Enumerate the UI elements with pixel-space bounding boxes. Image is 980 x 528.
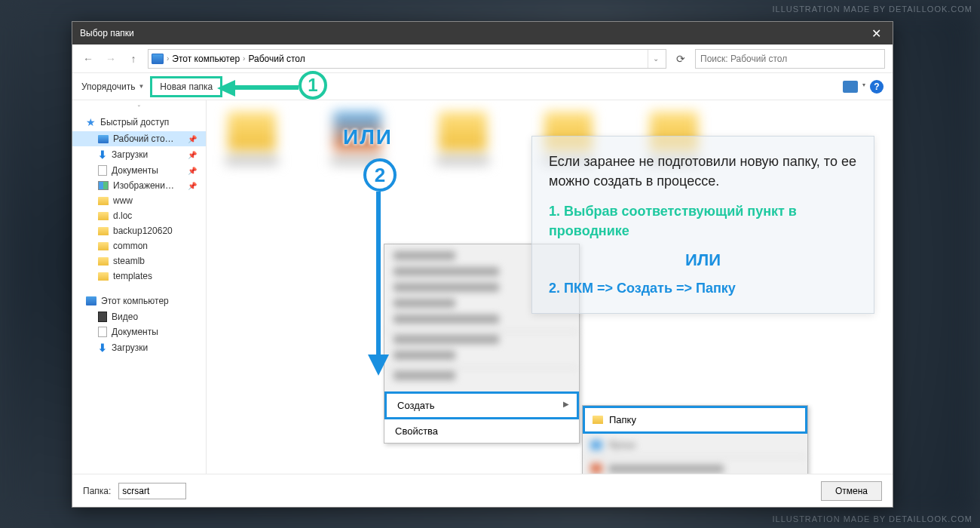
new-folder-button[interactable]: Новая папка xyxy=(150,76,222,97)
breadcrumb-dropdown[interactable]: ⌄ xyxy=(648,50,663,68)
document-icon xyxy=(98,165,107,176)
up-button[interactable]: ↑ xyxy=(125,51,142,67)
pin-icon: 📌 xyxy=(188,182,197,190)
sidebar-item-documents[interactable]: Документы 📌 xyxy=(72,163,206,178)
image-icon xyxy=(98,181,109,190)
folder-icon xyxy=(98,272,109,281)
toolbar: Упорядочить ▼ Новая папка ? xyxy=(72,73,893,100)
sidebar-item-www[interactable]: www xyxy=(72,193,206,208)
sidebar-item-templates[interactable]: templates xyxy=(72,269,206,284)
annotation-or: ИЛИ xyxy=(343,125,393,149)
chevron-right-icon: › xyxy=(167,54,169,63)
this-pc-header[interactable]: Этот компьютер xyxy=(72,293,206,309)
info-line-1: Если заранее не подготовили новую папку,… xyxy=(549,152,857,191)
download-icon: ⬇ xyxy=(98,342,107,354)
close-button[interactable]: ✕ xyxy=(867,26,885,41)
folder-icon xyxy=(98,227,109,235)
breadcrumb-desktop[interactable]: Рабочий стол xyxy=(248,54,305,64)
video-icon xyxy=(98,312,107,322)
pin-icon: 📌 xyxy=(188,167,197,175)
info-or: ИЛИ xyxy=(549,248,857,272)
sidebar-item-desktop[interactable]: Рабочий сто… 📌 xyxy=(72,131,206,146)
folder-name-input[interactable] xyxy=(118,483,186,499)
submenu-item-shortcut[interactable]: Ярлык xyxy=(583,437,807,453)
sidebar-item-common[interactable]: common xyxy=(72,238,206,253)
info-option-2: 2. ПКМ => Создать => Папку xyxy=(549,278,857,298)
organize-menu[interactable]: Упорядочить ▼ xyxy=(81,81,144,92)
quick-access-header[interactable]: ★ Быстрый доступ xyxy=(72,113,206,131)
folder-icon xyxy=(593,416,603,424)
pin-icon: 📌 xyxy=(188,151,197,159)
breadcrumb-pc[interactable]: Этот компьютер xyxy=(172,54,240,64)
annotation-callout-1: 1 xyxy=(299,71,327,100)
folder-field-label: Папка: xyxy=(83,486,111,496)
cancel-button[interactable]: Отмена xyxy=(821,481,882,501)
pc-icon xyxy=(152,54,164,64)
folder-icon xyxy=(98,197,109,205)
context-item-properties[interactable]: Свойства xyxy=(384,419,579,443)
sidebar-item-backup[interactable]: backup120620 xyxy=(72,223,206,238)
forward-button[interactable]: → xyxy=(103,51,119,67)
sidebar-item-video[interactable]: Видео xyxy=(72,309,206,324)
folder-icon xyxy=(98,212,109,220)
sidebar-item-dloc[interactable]: d.loc xyxy=(72,208,206,223)
view-mode-button[interactable] xyxy=(843,81,858,93)
pin-icon: 📌 xyxy=(188,135,197,143)
titlebar: Выбор папки ✕ xyxy=(72,22,893,45)
sidebar-item-steamlb[interactable]: steamlb xyxy=(72,253,206,269)
nav-bar: ← → ↑ › Этот компьютер › Рабочий стол ⌄ … xyxy=(72,45,893,73)
context-submenu: Папку Ярлык xyxy=(582,405,808,474)
annotation-arrow-1 xyxy=(217,80,299,95)
info-option-1: 1. Выбрав соответствующий пункт в провод… xyxy=(549,201,857,241)
folder-icon xyxy=(98,242,109,250)
star-icon: ★ xyxy=(86,116,96,128)
annotation-callout-2: 2 xyxy=(363,158,397,192)
watermark-bottom: ILLUSTRATION MADE BY DETAILLOOK.COM xyxy=(773,514,972,523)
sidebar-item-downloads-2[interactable]: ⬇ Загрузки xyxy=(72,339,206,356)
refresh-button[interactable]: ⟳ xyxy=(672,51,689,67)
chevron-right-icon: › xyxy=(243,54,245,63)
chevron-right-icon: ▶ xyxy=(563,400,569,408)
document-icon xyxy=(98,327,107,337)
watermark-top: ILLUSTRATION MADE BY DETAILLOOK.COM xyxy=(773,5,972,14)
annotation-arrow-2 xyxy=(376,192,381,356)
dialog-footer: Папка: Отмена xyxy=(72,474,893,507)
back-button[interactable]: ← xyxy=(80,51,96,67)
submenu-item-folder[interactable]: Папку xyxy=(583,406,807,434)
search-input[interactable] xyxy=(695,49,885,69)
folder-icon xyxy=(98,257,109,266)
chevron-down-icon: ▼ xyxy=(138,83,144,90)
breadcrumb[interactable]: › Этот компьютер › Рабочий стол ⌄ xyxy=(148,49,666,69)
sidebar-item-images[interactable]: Изображени… 📌 xyxy=(72,178,206,193)
sidebar: ˇ ★ Быстрый доступ Рабочий сто… 📌 ⬇ Загр… xyxy=(72,100,207,474)
desktop-icon xyxy=(98,135,109,143)
sidebar-item-downloads[interactable]: ⬇ Загрузки 📌 xyxy=(72,146,206,163)
pc-icon xyxy=(86,296,96,305)
help-button[interactable]: ? xyxy=(870,80,884,94)
annotation-info-panel: Если заранее не подготовили новую папку,… xyxy=(531,136,874,314)
sidebar-item-documents-2[interactable]: Документы xyxy=(72,324,206,339)
dialog-title: Выбор папки xyxy=(80,28,867,38)
download-icon: ⬇ xyxy=(98,149,107,161)
context-item-create[interactable]: Создать ▶ xyxy=(384,391,579,419)
